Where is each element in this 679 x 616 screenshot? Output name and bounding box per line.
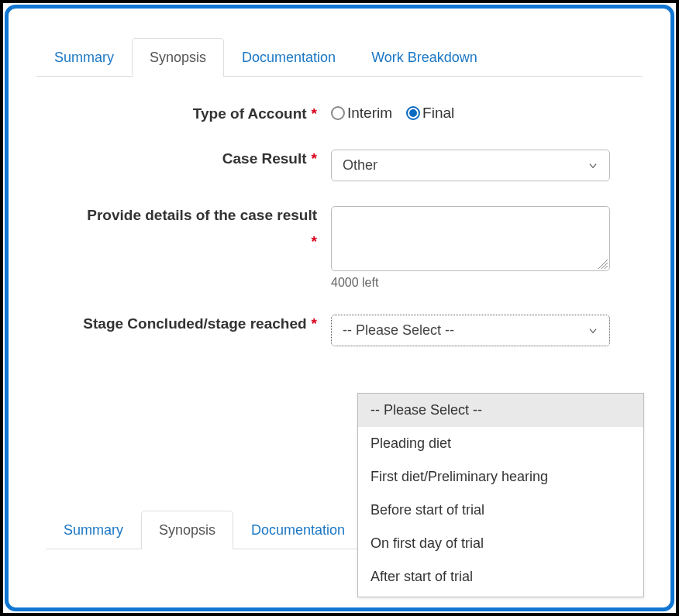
dropdown-item-first-diet[interactable]: First diet/Preliminary hearing (358, 460, 643, 494)
char-remaining-text: 4000 left (331, 276, 643, 290)
type-of-account-radio-group: Interim Final (331, 105, 454, 122)
synopsis-form: Type of Account* Interim Final Case (36, 103, 643, 346)
svg-line-1 (601, 263, 608, 269)
dropdown-item-before-start[interactable]: Before start of trial (358, 494, 643, 527)
tab2-documentation[interactable]: Documentation (233, 511, 363, 549)
required-asterisk: * (41, 231, 317, 253)
details-textarea[interactable] (331, 206, 610, 271)
required-asterisk: * (312, 315, 317, 332)
dropdown-item-please-select[interactable]: -- Please Select -- (358, 394, 643, 427)
stage-select[interactable]: -- Please Select -- (331, 315, 610, 346)
tab2-synopsis[interactable]: Synopsis (141, 511, 233, 549)
stage-dropdown-list: -- Please Select -- Pleading diet First … (357, 393, 644, 597)
dropdown-item-pleading-diet[interactable]: Pleading diet (358, 427, 643, 460)
tab-summary[interactable]: Summary (36, 38, 132, 77)
label-case-result: Case Result* (36, 148, 331, 170)
case-result-select[interactable]: Other (331, 150, 610, 181)
radio-circle-selected-icon (406, 106, 420, 120)
radio-interim[interactable]: Interim (331, 105, 392, 122)
label-type-of-account: Type of Account* (36, 103, 331, 125)
tab2-summary[interactable]: Summary (46, 511, 141, 549)
radio-final[interactable]: Final (406, 105, 454, 122)
svg-line-2 (605, 266, 608, 269)
tab-documentation[interactable]: Documentation (224, 38, 353, 77)
required-asterisk: * (312, 150, 317, 167)
resize-grip-icon (595, 256, 608, 269)
primary-tabs: Summary Synopsis Documentation Work Brea… (36, 38, 643, 77)
tab-work-breakdown[interactable]: Work Breakdown (353, 38, 495, 77)
label-details: Provide details of the case result * (36, 205, 331, 253)
radio-circle-icon (331, 106, 345, 120)
label-stage: Stage Concluded/stage reached* (36, 313, 331, 335)
chevron-down-icon (588, 160, 598, 171)
chevron-down-icon (588, 325, 598, 336)
tab-synopsis[interactable]: Synopsis (132, 38, 224, 77)
dropdown-item-after-start[interactable]: After start of trial (358, 560, 643, 594)
dropdown-item-first-day[interactable]: On first day of trial (358, 527, 643, 560)
required-asterisk: * (312, 105, 317, 122)
